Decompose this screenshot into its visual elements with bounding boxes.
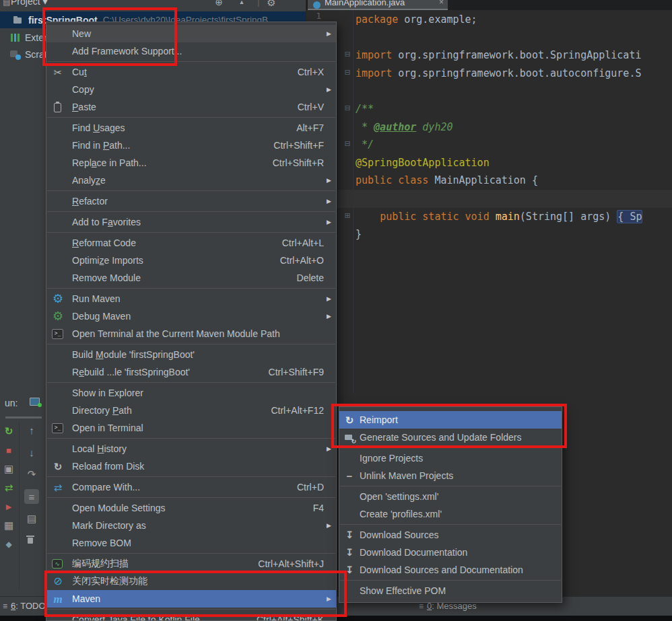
fold-closed-icon[interactable]: ⊞ (342, 211, 353, 220)
menu-item-label: Analyze (72, 175, 106, 186)
menu-item-new[interactable]: New▶ (46, 25, 336, 42)
menu-item-mark-directory-as[interactable]: Mark Directory as▶ (46, 517, 336, 534)
menu-item-show-in-explorer[interactable]: Show in Explorer (46, 384, 336, 402)
menu-item-shortcut: Ctrl+Shift+F (273, 140, 336, 151)
menu-item-label: Download Documentation (360, 547, 467, 558)
todo-label: 6: TODO (11, 601, 46, 611)
tab-close-icon[interactable]: × (439, 0, 444, 7)
menu-item-code-scan[interactable]: 编码规约扫描Ctrl+Alt+Shift+J (46, 555, 336, 573)
printer-icon[interactable] (24, 511, 39, 526)
menu-item-maven[interactable]: Maven▶ (46, 590, 336, 608)
down-icon[interactable] (24, 445, 39, 460)
menu-item-analyze[interactable]: Analyze▶ (46, 172, 336, 189)
camera-icon[interactable] (1, 462, 16, 476)
stop-icon[interactable] (1, 443, 16, 458)
skip-icon[interactable] (24, 467, 39, 482)
run-panel-label: un: (5, 398, 18, 408)
menu-item-shortcut: Delete (297, 272, 336, 283)
menu-item-rebuild-module[interactable]: Rebuild ...le 'firstSpringBoot'Ctrl+Shif… (46, 363, 336, 381)
download-icon (343, 529, 356, 541)
menu-item-reimport[interactable]: Reimport (339, 411, 562, 429)
menu-item-find-usages[interactable]: Find UsagesAlt+F7 (46, 119, 336, 137)
menu-item-download-documentation[interactable]: Download Documentation (339, 544, 562, 561)
project-panel-title[interactable]: Project ▾ (11, 0, 48, 7)
menu-item-label: Download Sources (360, 529, 439, 540)
menu-item-label: Add to Favorites (72, 217, 141, 227)
menu-item-compare-with[interactable]: Compare With...Ctrl+D (46, 478, 336, 496)
menu-item-cut[interactable]: CutCtrl+X (46, 63, 336, 81)
menu-item-open-module-settings[interactable]: Open Module SettingsF4 (46, 499, 336, 517)
menu-separator (47, 382, 335, 383)
menu-item-label: Remove Module (72, 272, 141, 283)
code-line: } (356, 225, 672, 244)
menu-item-add-to-favorites[interactable]: Add to Favorites▶ (46, 213, 336, 231)
menu-item-run-maven[interactable]: Run Maven▶ (46, 290, 336, 307)
menu-item-download-sources-docs[interactable]: Download Sources and Documentation (339, 561, 562, 579)
menu-item-unlink-maven[interactable]: Unlink Maven Projects (339, 467, 562, 484)
menu-item-find-in-path[interactable]: Find in Path...Ctrl+Shift+F (46, 137, 336, 154)
menu-item-directory-path[interactable]: Directory PathCtrl+Alt+F12 (46, 402, 336, 419)
scan-icon (52, 559, 63, 569)
menu-item-show-effective-pom[interactable]: Show Effective POM (339, 582, 562, 599)
run-toolbar-divider (19, 422, 20, 590)
layout-icon[interactable] (1, 518, 16, 533)
menu-item-optimize-imports[interactable]: Optimize ImportsCtrl+Alt+O (46, 252, 336, 269)
todo-status-item[interactable]: ≡ 6: TODO (3, 601, 46, 611)
rerun-icon[interactable] (1, 424, 16, 439)
menu-item-label: Compare With... (72, 482, 140, 492)
trash-icon[interactable] (24, 534, 39, 548)
menu-item-open-in-terminal[interactable]: Open in Terminal (46, 419, 336, 437)
fold-open-icon[interactable]: ⊟ (342, 50, 353, 59)
panel-settings-icon[interactable] (265, 0, 277, 8)
fold-open-icon[interactable]: ⊟ (342, 139, 353, 148)
menu-item-replace-in-path[interactable]: Replace in Path...Ctrl+Shift+R (46, 154, 336, 172)
menu-item-download-sources[interactable]: Download Sources (339, 526, 562, 544)
menu-item-remove-bom[interactable]: Remove BOM (46, 534, 336, 552)
menu-item-reload-from-disk[interactable]: Reload from Disk (46, 458, 336, 475)
menu-item-remove-module[interactable]: Remove ModuleDelete (46, 269, 336, 287)
collapse-all-icon[interactable] (236, 0, 248, 8)
menu-item-icon-slot (339, 546, 360, 558)
menu-item-open-terminal-maven-path[interactable]: Open Terminal at the Current Maven Modul… (46, 325, 336, 342)
code-line: @SpringBootApplication (356, 154, 672, 172)
menu-item-local-history[interactable]: Local History▶ (46, 440, 336, 458)
menu-item-open-settings-xml[interactable]: Open 'settings.xml' (339, 488, 562, 505)
menu-item-label: Debug Maven (72, 311, 131, 322)
menu-item-build-module[interactable]: Build Module 'firstSpringBoot' (46, 346, 336, 363)
menu-item-paste[interactable]: PasteCtrl+V (46, 98, 336, 116)
menu-item-label: Run Maven (72, 293, 121, 304)
menu-item-generate-sources[interactable]: Generate Sources and Update Folders (339, 429, 562, 446)
menu-separator (47, 288, 335, 289)
code-line: */ (356, 136, 672, 154)
menu-item-create-profiles-xml[interactable]: Create 'profiles.xml' (339, 505, 562, 523)
up-icon[interactable] (24, 423, 39, 437)
menu-item-ignore-projects[interactable]: Ignore Projects (339, 449, 562, 467)
terminal-icon (52, 329, 63, 339)
menu-item-debug-maven[interactable]: Debug Maven▶ (46, 307, 336, 325)
java-class-icon (313, 1, 321, 9)
menu-item-add-framework-support[interactable]: Add Framework Support... (46, 42, 336, 60)
menu-item-shortcut: Ctrl+Alt+F12 (271, 405, 336, 416)
run-red-icon[interactable] (1, 499, 16, 514)
fold-open-icon[interactable]: ⊟ (342, 68, 353, 77)
diamond-icon[interactable] (1, 537, 16, 552)
softwrap-icon[interactable] (24, 489, 39, 504)
menu-item-label: Mark Directory as (72, 520, 146, 531)
project-panel-header: Project ▾ | (0, 0, 306, 10)
menu-item-refactor[interactable]: Refactor▶ (46, 192, 336, 210)
menu-item-label: Maven (72, 593, 100, 604)
menu-item-disable-realtime-check[interactable]: 关闭实时检测功能 (46, 573, 336, 590)
run-tab-underline (5, 416, 42, 418)
menu-item-convert-java-to-kotlin[interactable]: Convert Java File to Kotlin FileCtrl+Alt… (46, 611, 336, 621)
menu-separator (47, 61, 335, 62)
running-app-icon[interactable] (28, 396, 42, 407)
menu-item-shortcut: Ctrl+Shift+F9 (269, 367, 336, 377)
fold-open-icon[interactable]: ⊟ (342, 104, 353, 112)
menu-separator (47, 609, 335, 610)
menu-item-icon-slot (339, 414, 360, 426)
menu-item-reformat-code[interactable]: Reformat CodeCtrl+Alt+L (46, 234, 336, 252)
submenu-arrow-icon: ▶ (327, 522, 331, 529)
restart-icon[interactable] (1, 480, 16, 495)
menu-item-copy[interactable]: Copy▶ (46, 81, 336, 98)
locate-file-icon[interactable] (213, 0, 225, 8)
